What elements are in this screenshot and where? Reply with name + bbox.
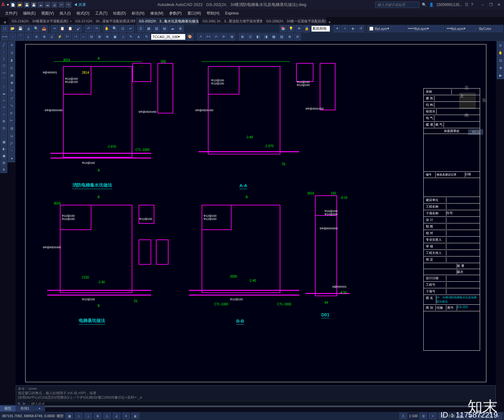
ellipse-arc-icon[interactable]: ⌓ [1, 111, 7, 117]
layer-combo[interactable]: ByLayer ▾ [368, 26, 405, 32]
menu-insert[interactable]: 插入(I) [57, 11, 73, 16]
polar-toggle-icon[interactable]: ⊛ [94, 413, 101, 419]
tab-close-icon[interactable]: ✕ [70, 20, 72, 23]
pan-icon[interactable]: ✋ [497, 49, 504, 56]
menu-window[interactable]: 窗口(W) [185, 11, 203, 16]
layer-props-icon[interactable]: 📚 [280, 25, 287, 32]
layer-uniso-icon[interactable]: ✧ [341, 25, 348, 32]
extend-icon[interactable]: ⊢ [8, 117, 15, 124]
annomonitor-icon[interactable]: + [429, 413, 437, 419]
break-icon[interactable]: ⊟ [8, 125, 15, 132]
table-icon[interactable]: ⊞ [1, 159, 7, 166]
make-block-icon[interactable]: ⊡ [1, 125, 7, 131]
layer-make-icon[interactable]: ◈ [349, 25, 356, 32]
copy-icon[interactable]: ⊐ [8, 49, 15, 56]
zoom-rt-icon[interactable]: 🔍 [111, 25, 118, 32]
dimtedit-icon[interactable]: A [135, 33, 142, 40]
xline-icon[interactable]: ⟋ [1, 49, 7, 55]
dimaligned-icon[interactable]: ⟋ [9, 33, 16, 40]
mleader-add-icon[interactable]: ↗+ [205, 33, 212, 40]
layer-state-combo[interactable]: 配筋校核 [311, 26, 330, 32]
ellipse-icon[interactable]: ⬭ [1, 104, 7, 110]
preview-icon[interactable]: 🔍 [33, 25, 40, 32]
dimangular-icon[interactable]: ∠ [49, 33, 55, 40]
matchprop-icon[interactable]: 🖌 [75, 25, 82, 32]
publish-icon[interactable]: 📤 [41, 25, 48, 32]
layout-tab[interactable]: 布局1 [16, 406, 34, 411]
lineweight-icon[interactable]: ≡ [122, 413, 130, 419]
osnap-toggle-icon[interactable]: ◇ [103, 413, 111, 419]
restore-button[interactable]: ❐ [487, 2, 495, 8]
redo-icon[interactable]: ↷ [66, 2, 71, 8]
paste-icon[interactable]: 📋 [67, 25, 74, 32]
rotate-icon[interactable]: ↻ [8, 87, 15, 94]
dimordinate-icon[interactable]: ⊥ [25, 33, 32, 40]
join-icon[interactable]: ⊔ [8, 132, 15, 139]
menu-tools[interactable]: 工具(T) [93, 11, 110, 16]
menu-param[interactable]: 参数(P) [167, 11, 184, 16]
tcc-tool-icon[interactable]: ⊘ [294, 33, 301, 40]
dimstyle-icon[interactable]: 🎨 [186, 33, 193, 40]
doc-tab[interactable]: GS-209(2#、3#楼一层梁板平面配筋图)*✕ [263, 18, 326, 25]
workspace-icon[interactable]: ⚙ [420, 413, 427, 419]
username[interactable]: 15059991135... [436, 3, 462, 7]
zoom-win-icon[interactable]: ⊡ [119, 25, 126, 32]
layer-off-icon[interactable]: 💡 [288, 25, 295, 32]
steering-wheel-icon[interactable]: ◎ [497, 42, 504, 49]
mleader-collect-icon[interactable]: ⊞ [228, 33, 235, 40]
bycolor-combo[interactable]: ByColor [478, 26, 503, 32]
annotation-scale-icon[interactable]: 人 [399, 413, 407, 419]
region-icon[interactable]: ▣ [1, 152, 7, 159]
trim-icon[interactable]: ⊬ [8, 110, 15, 117]
arc-icon[interactable]: ⌒ [1, 76, 7, 83]
doc-tab[interactable]: GS-217(2#、3#...梁板平面配筋图及详图)✕ [72, 18, 135, 25]
menu-view[interactable]: 视图(V) [39, 11, 56, 16]
web-open-icon[interactable]: ☁ [38, 2, 43, 8]
zoom-prev-icon[interactable]: ↩ [127, 25, 134, 32]
signin-icon[interactable]: 👤 [429, 3, 434, 7]
tcc-tool-icon[interactable]: ▧ [278, 33, 285, 40]
plot-icon[interactable]: 🖨 [25, 25, 32, 32]
rectangle-icon[interactable]: ▭ [1, 69, 7, 76]
circle-icon[interactable]: ○ [1, 83, 7, 89]
diminspect-icon[interactable]: ▣ [112, 33, 118, 40]
zoom-extents-icon[interactable]: ⊡ [497, 57, 504, 64]
calc-icon[interactable]: ⊞ [177, 25, 184, 32]
array-icon[interactable]: ⊞ [8, 72, 15, 79]
search-input[interactable] [375, 2, 419, 8]
scale-icon[interactable]: ⤢ [8, 95, 15, 101]
menu-file[interactable]: 文件(F) [3, 11, 20, 16]
layer-iso-icon[interactable]: ✦ [334, 25, 341, 32]
drawing-area[interactable]: 北 东 南 上 WCS A 8@400X01 Φ12@150 Φ12@150 2… [16, 41, 496, 392]
viewcube-east[interactable]: 东 [482, 98, 486, 103]
plot-icon[interactable]: 🖨 [52, 2, 57, 8]
gradient-icon[interactable]: ◐ [1, 146, 7, 152]
mleader-rm-icon[interactable]: ↗- [213, 33, 220, 40]
design-center-icon[interactable]: ▦ [145, 25, 152, 32]
menu-dimension[interactable]: 标注(N) [129, 11, 147, 16]
app-menu-arrow-icon[interactable]: ▾ [7, 3, 9, 7]
grid-toggle-icon[interactable]: ▦ [66, 413, 73, 419]
dimjogged-icon[interactable]: ⫽ [119, 33, 126, 40]
transparency-icon[interactable]: ◐ [132, 413, 139, 419]
tool-palettes-icon[interactable]: ▥ [153, 25, 160, 32]
move-icon[interactable]: ✥ [8, 79, 15, 86]
open-icon[interactable]: 📂 [17, 2, 23, 8]
dimupdate-icon[interactable]: ↻ [143, 33, 150, 40]
insert-block-icon[interactable]: ⊞ [1, 118, 7, 124]
fillet-icon[interactable]: ◝ [8, 147, 15, 154]
help-icon[interactable]: ? [471, 3, 473, 7]
dimbreak-icon[interactable]: ⊟ [88, 33, 95, 40]
tcc-tool-icon[interactable]: ⊗ [286, 33, 293, 40]
mleader-align-icon[interactable]: ⊫ [220, 33, 227, 40]
menu-format[interactable]: 格式(O) [74, 11, 92, 16]
spline-icon[interactable]: ∿ [1, 97, 7, 103]
dimlinear-icon[interactable]: ⟼ [1, 33, 8, 40]
mleader-icon[interactable]: ↗ [197, 33, 204, 40]
save-icon[interactable]: 💾 [24, 2, 30, 8]
command-input[interactable] [29, 401, 491, 406]
properties-icon[interactable]: ☰ [137, 25, 144, 32]
search-icon[interactable]: 🔍 [422, 3, 427, 7]
linetype-combo[interactable]: ━━ ByLayer ▾ [445, 26, 477, 32]
sheet-set-icon[interactable]: ▤ [161, 25, 168, 32]
